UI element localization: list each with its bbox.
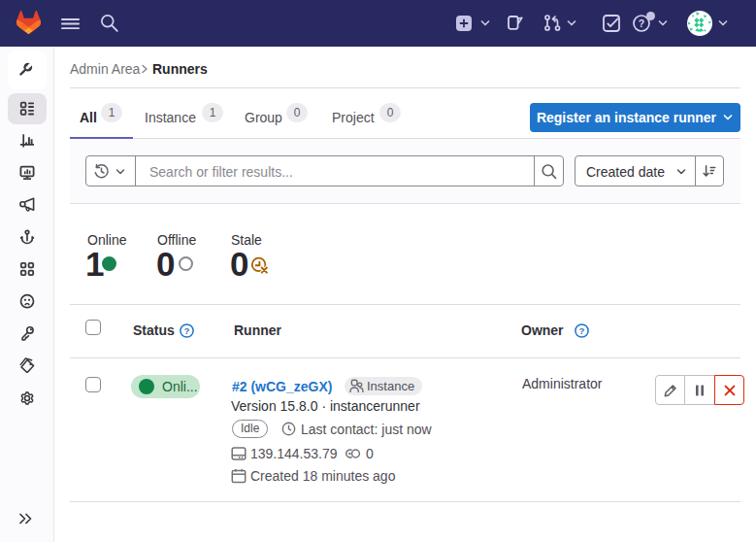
svg-text:?: ?: [579, 325, 585, 336]
svg-text:?: ?: [639, 17, 644, 29]
svg-text:?: ?: [184, 325, 190, 336]
